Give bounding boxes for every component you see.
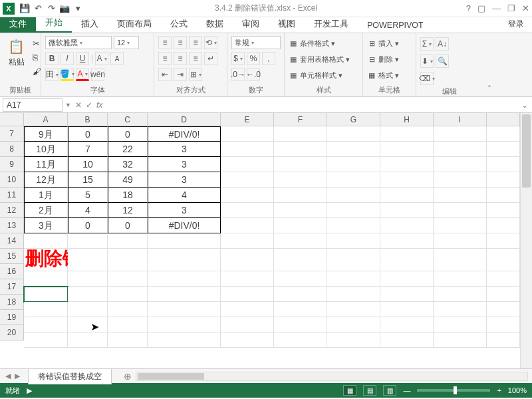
cell-G12[interactable] bbox=[327, 203, 380, 218]
cell-E16[interactable] bbox=[221, 271, 274, 287]
cell-C8[interactable]: 22 bbox=[108, 142, 148, 157]
cell-H9[interactable] bbox=[380, 157, 434, 172]
redo-icon[interactable]: ↷ bbox=[45, 3, 57, 15]
row-header-9[interactable]: 9 bbox=[0, 157, 23, 172]
cell-C13[interactable]: 0 bbox=[108, 218, 148, 233]
cell-G18[interactable] bbox=[327, 302, 380, 317]
cell-C17[interactable] bbox=[108, 287, 148, 302]
macro-icon[interactable]: ▶ bbox=[27, 386, 32, 395]
col-header-A[interactable]: A bbox=[24, 113, 68, 126]
cell-C15[interactable] bbox=[108, 249, 148, 271]
row-header-8[interactable]: 8 bbox=[0, 142, 23, 157]
row-header-16[interactable]: 16 bbox=[0, 264, 23, 279]
cell-F19[interactable] bbox=[274, 317, 327, 332]
cell-B7[interactable]: 0 bbox=[68, 126, 108, 142]
minimize-icon[interactable]: — bbox=[492, 3, 501, 13]
cell-E14[interactable] bbox=[221, 233, 274, 249]
cell-G19[interactable] bbox=[327, 317, 380, 332]
cell-H7[interactable] bbox=[380, 126, 434, 142]
row-header-13[interactable]: 13 bbox=[0, 218, 23, 233]
row-headers[interactable]: 7891011121314151617181920 bbox=[0, 126, 24, 340]
cell-I19[interactable] bbox=[434, 317, 487, 332]
cond-format-button[interactable]: ▦条件格式 ▾ bbox=[289, 37, 358, 49]
cell-H13[interactable] bbox=[380, 218, 434, 233]
cell-B16[interactable] bbox=[68, 271, 108, 287]
tab-powerpivot[interactable]: POWERPIVOT bbox=[358, 18, 433, 33]
cell-G10[interactable] bbox=[327, 172, 380, 188]
login-link[interactable]: 登录 bbox=[500, 16, 532, 33]
row-header-20[interactable]: 20 bbox=[0, 325, 23, 340]
sheet-nav-next-icon[interactable]: ▶ bbox=[15, 372, 20, 380]
cell-E13[interactable] bbox=[221, 218, 274, 233]
cell-B15[interactable] bbox=[68, 249, 108, 271]
screenshot-icon[interactable]: 📷 bbox=[59, 3, 70, 15]
row-header-10[interactable]: 10 bbox=[0, 172, 23, 188]
cell-E15[interactable] bbox=[221, 249, 274, 271]
cut-icon[interactable]: ✂ bbox=[33, 39, 41, 49]
restore-icon[interactable]: ❐ bbox=[507, 3, 515, 13]
cell-H10[interactable] bbox=[380, 172, 434, 188]
cell-B20[interactable] bbox=[68, 332, 108, 348]
cell-18[interactable] bbox=[487, 302, 520, 317]
cell-H17[interactable] bbox=[380, 287, 434, 302]
cell-A9[interactable]: 11月 bbox=[24, 157, 68, 172]
cell-B14[interactable] bbox=[68, 233, 108, 249]
cell-F7[interactable] bbox=[274, 126, 327, 142]
underline-button[interactable]: U bbox=[76, 52, 89, 65]
cell-I11[interactable] bbox=[434, 188, 487, 203]
percent-button[interactable]: % bbox=[247, 52, 260, 65]
number-format-select[interactable]: 常规 bbox=[231, 36, 281, 49]
sheet-nav-prev-icon[interactable]: ◀ bbox=[5, 372, 11, 380]
cell-I20[interactable] bbox=[434, 332, 487, 348]
cell-I18[interactable] bbox=[434, 302, 487, 317]
ribbon-options-icon[interactable]: ▢ bbox=[477, 3, 485, 13]
zoom-in-icon[interactable]: + bbox=[497, 386, 501, 394]
align-left[interactable]: ≡ bbox=[158, 52, 172, 65]
zoom-level[interactable]: 100% bbox=[508, 386, 527, 394]
cell-H19[interactable] bbox=[380, 317, 434, 332]
formula-input[interactable] bbox=[106, 98, 517, 112]
zoom-out-icon[interactable]: — bbox=[403, 386, 410, 394]
cell-12[interactable] bbox=[487, 203, 520, 218]
cell-style-button[interactable]: ▦单元格样式 ▾ bbox=[289, 69, 358, 81]
cell-F15[interactable] bbox=[274, 249, 327, 271]
cell-G11[interactable] bbox=[327, 188, 380, 203]
cell-I7[interactable] bbox=[434, 126, 487, 142]
col-header-[interactable] bbox=[487, 113, 520, 126]
font-size-increase[interactable]: A bbox=[95, 52, 108, 65]
cell-F14[interactable] bbox=[274, 233, 327, 249]
tab-data[interactable]: 数据 bbox=[197, 16, 233, 33]
cell-D11[interactable]: 4 bbox=[148, 188, 221, 203]
cell-G7[interactable] bbox=[327, 126, 380, 142]
cell-B19[interactable] bbox=[68, 317, 108, 332]
cell-E7[interactable] bbox=[221, 126, 274, 142]
name-box[interactable]: A17 bbox=[3, 98, 63, 112]
col-header-D[interactable]: D bbox=[148, 113, 221, 126]
row-header-17[interactable]: 17 bbox=[0, 279, 23, 295]
horizontal-scrollbar[interactable] bbox=[136, 372, 528, 381]
cell-G17[interactable] bbox=[327, 287, 380, 302]
cell-I15[interactable] bbox=[434, 249, 487, 271]
cell-H15[interactable] bbox=[380, 249, 434, 271]
find-button[interactable]: 🔍 bbox=[436, 55, 449, 68]
cell-E8[interactable] bbox=[221, 142, 274, 157]
cell-I17[interactable] bbox=[434, 287, 487, 302]
cell-E17[interactable] bbox=[221, 287, 274, 302]
format-painter-icon[interactable]: 🖌 bbox=[33, 66, 41, 76]
italic-button[interactable]: I bbox=[61, 52, 74, 65]
cell-D9[interactable]: 3 bbox=[148, 157, 221, 172]
view-pagebreak-icon[interactable]: ▥ bbox=[383, 385, 396, 396]
cell-D14[interactable] bbox=[148, 233, 221, 249]
cell-G16[interactable] bbox=[327, 271, 380, 287]
autosum-button[interactable]: Σ bbox=[420, 37, 434, 51]
tab-formula[interactable]: 公式 bbox=[161, 16, 197, 33]
cell-B17[interactable] bbox=[68, 287, 108, 302]
cell-15[interactable] bbox=[487, 249, 520, 271]
cell-G20[interactable] bbox=[327, 332, 380, 348]
select-all-button[interactable] bbox=[0, 113, 24, 126]
tab-home[interactable]: 开始 bbox=[36, 15, 72, 33]
cell-B10[interactable]: 15 bbox=[68, 172, 108, 188]
cell-C19[interactable] bbox=[108, 317, 148, 332]
align-mid[interactable]: ≡ bbox=[174, 36, 187, 49]
align-right[interactable]: ≡ bbox=[189, 52, 202, 65]
